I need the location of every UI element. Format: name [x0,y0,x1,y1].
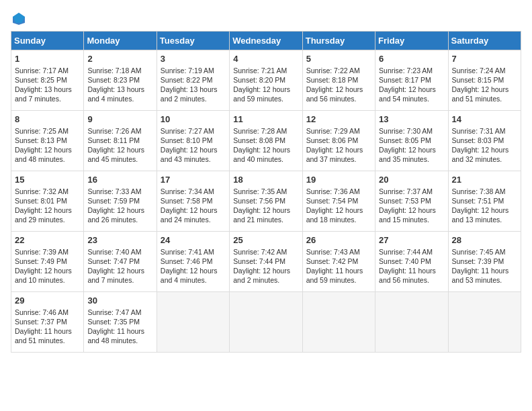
calendar-cell: 7Sunrise: 7:24 AMSunset: 8:15 PMDaylight… [448,50,521,111]
header-sunday: Sunday [11,32,84,50]
calendar-cell: 12Sunrise: 7:29 AMSunset: 8:06 PMDayligh… [302,111,375,171]
sunrise-time: Sunrise: 7:24 AM [452,66,506,75]
day-number: 16 [87,174,152,186]
header-monday: Monday [84,32,157,50]
calendar-cell: 2Sunrise: 7:18 AMSunset: 8:23 PMDaylight… [84,50,157,111]
calendar-week-row: 1Sunrise: 7:17 AMSunset: 8:25 PMDaylight… [11,50,521,111]
sunset-time: Sunset: 7:44 PM [233,257,285,265]
day-number: 14 [452,113,517,126]
sunset-time: Sunset: 7:46 PM [161,257,213,265]
daylight-hours: Daylight: 12 hours and 4 minutes. [161,267,218,284]
calendar-cell: 27Sunrise: 7:44 AMSunset: 7:40 PMDayligh… [375,232,448,292]
calendar-cell: 5Sunrise: 7:22 AMSunset: 8:18 PMDaylight… [302,50,375,111]
sunrise-time: Sunrise: 7:43 AM [306,248,360,256]
sunrise-time: Sunrise: 7:18 AM [87,66,141,75]
daylight-hours: Daylight: 13 hours and 2 minutes. [161,85,218,103]
calendar-cell: 4Sunrise: 7:21 AMSunset: 8:20 PMDaylight… [230,50,302,111]
daylight-hours: Daylight: 12 hours and 2 minutes. [233,267,290,284]
sunset-time: Sunset: 8:22 PM [161,76,213,84]
daylight-hours: Daylight: 11 hours and 56 minutes. [379,267,436,284]
calendar-cell: 1Sunrise: 7:17 AMSunset: 8:25 PMDaylight… [11,50,84,111]
sunrise-time: Sunrise: 7:46 AM [15,308,69,316]
calendar-cell [448,292,521,353]
calendar-week-row: 29Sunrise: 7:46 AMSunset: 7:37 PMDayligh… [11,292,521,353]
calendar-cell: 8Sunrise: 7:25 AMSunset: 8:13 PMDaylight… [11,111,84,171]
sunset-time: Sunset: 8:08 PM [233,136,285,144]
daylight-hours: Daylight: 12 hours and 15 minutes. [379,206,436,224]
sunrise-time: Sunrise: 7:32 AM [15,187,69,195]
day-number: 15 [15,174,80,186]
day-number: 4 [233,53,298,65]
daylight-hours: Daylight: 12 hours and 32 minutes. [452,146,509,163]
day-number: 3 [161,53,226,65]
daylight-hours: Daylight: 12 hours and 48 minutes. [15,146,72,163]
header-wednesday: Wednesday [230,32,302,50]
calendar-cell: 22Sunrise: 7:39 AMSunset: 7:49 PMDayligh… [11,232,84,292]
daylight-hours: Daylight: 12 hours and 10 minutes. [15,267,72,284]
sunrise-time: Sunrise: 7:25 AM [15,127,69,135]
calendar-cell: 14Sunrise: 7:31 AMSunset: 8:03 PMDayligh… [448,111,521,171]
sunset-time: Sunset: 8:18 PM [306,76,359,84]
sunset-time: Sunset: 8:01 PM [15,197,67,205]
daylight-hours: Daylight: 12 hours and 7 minutes. [87,267,144,284]
daylight-hours: Daylight: 12 hours and 29 minutes. [15,206,72,224]
daylight-hours: Daylight: 12 hours and 21 minutes. [233,206,290,224]
day-number: 2 [87,53,152,65]
sunset-time: Sunset: 7:54 PM [306,197,359,205]
sunrise-time: Sunrise: 7:44 AM [379,248,433,256]
daylight-hours: Daylight: 12 hours and 51 minutes. [452,85,509,103]
header-thursday: Thursday [302,32,375,50]
calendar-week-row: 15Sunrise: 7:32 AMSunset: 8:01 PMDayligh… [11,171,521,232]
daylight-hours: Daylight: 12 hours and 45 minutes. [87,146,144,163]
calendar-cell: 23Sunrise: 7:40 AMSunset: 7:47 PMDayligh… [84,232,157,292]
daylight-hours: Daylight: 11 hours and 53 minutes. [452,267,509,284]
daylight-hours: Daylight: 12 hours and 24 minutes. [161,206,218,224]
sunrise-time: Sunrise: 7:31 AM [452,127,506,135]
sunset-time: Sunset: 8:25 PM [15,76,67,84]
calendar-table: SundayMondayTuesdayWednesdayThursdayFrid… [11,31,521,353]
sunrise-time: Sunrise: 7:40 AM [87,248,141,256]
header-friday: Friday [375,32,448,50]
sunset-time: Sunset: 8:10 PM [161,136,213,144]
calendar-cell: 24Sunrise: 7:41 AMSunset: 7:46 PMDayligh… [157,232,229,292]
day-number: 13 [379,113,444,126]
calendar-cell: 21Sunrise: 7:38 AMSunset: 7:51 PMDayligh… [448,171,521,232]
day-number: 27 [379,234,444,246]
sunset-time: Sunset: 7:49 PM [15,257,67,265]
sunset-time: Sunset: 7:37 PM [15,318,67,326]
sunset-time: Sunset: 8:13 PM [15,136,67,144]
sunrise-time: Sunrise: 7:34 AM [161,187,214,195]
daylight-hours: Daylight: 12 hours and 18 minutes. [306,206,363,224]
daylight-hours: Daylight: 13 hours and 4 minutes. [87,85,144,103]
sunset-time: Sunset: 8:05 PM [379,136,431,144]
sunset-time: Sunset: 8:20 PM [233,76,285,84]
day-number: 6 [379,53,444,65]
calendar-cell: 20Sunrise: 7:37 AMSunset: 7:53 PMDayligh… [375,171,448,232]
sunrise-time: Sunrise: 7:42 AM [233,248,287,256]
sunset-time: Sunset: 8:15 PM [452,76,504,84]
calendar-cell: 10Sunrise: 7:27 AMSunset: 8:10 PMDayligh… [157,111,229,171]
logo [11,11,30,27]
sunrise-time: Sunrise: 7:27 AM [161,127,214,135]
daylight-hours: Daylight: 12 hours and 56 minutes. [306,85,363,103]
day-number: 12 [306,113,371,126]
day-number: 28 [452,234,517,246]
sunset-time: Sunset: 8:23 PM [87,76,140,84]
sunset-time: Sunset: 7:39 PM [452,257,504,265]
day-number: 8 [15,113,80,126]
daylight-hours: Daylight: 13 hours and 7 minutes. [15,85,72,103]
sunrise-time: Sunrise: 7:29 AM [306,127,360,135]
daylight-hours: Daylight: 12 hours and 59 minutes. [233,85,290,103]
calendar-cell: 6Sunrise: 7:23 AMSunset: 8:17 PMDaylight… [375,50,448,111]
header-tuesday: Tuesday [157,32,229,50]
sunrise-time: Sunrise: 7:23 AM [379,66,433,75]
calendar-cell: 9Sunrise: 7:26 AMSunset: 8:11 PMDaylight… [84,111,157,171]
sunrise-time: Sunrise: 7:17 AM [15,66,69,75]
daylight-hours: Daylight: 12 hours and 37 minutes. [306,146,363,163]
sunset-time: Sunset: 7:40 PM [379,257,431,265]
calendar-cell [157,292,229,353]
day-number: 19 [306,174,371,186]
daylight-hours: Daylight: 11 hours and 48 minutes. [87,327,144,345]
daylight-hours: Daylight: 11 hours and 51 minutes. [15,327,72,345]
day-number: 9 [87,113,152,126]
